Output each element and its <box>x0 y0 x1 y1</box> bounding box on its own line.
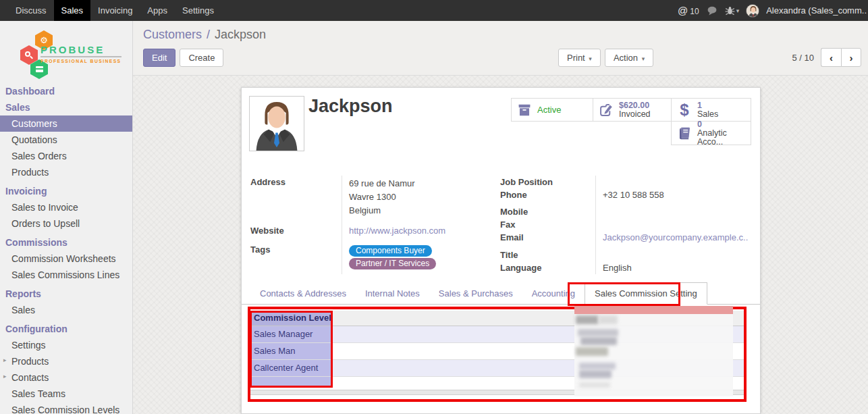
sidebar-item-settings[interactable]: Settings <box>0 337 132 353</box>
sidebar-item-dashboard[interactable]: Dashboard <box>0 83 132 99</box>
website-value: http://www.jackpson.com <box>342 222 493 240</box>
sidebar-item-sales-commissions-lines[interactable]: Sales Commissions Lines <box>0 267 132 283</box>
address-value[interactable]: 69 rue de Namur Wavre 1300 Belgium <box>342 176 493 222</box>
brand-name: PROBUSE <box>40 44 121 57</box>
tab-sales-commission-setting[interactable]: Sales Commission Setting <box>585 282 707 305</box>
expand-arrow-icon: ▸ <box>3 357 7 363</box>
caret-down-icon: ▾ <box>642 55 645 62</box>
menu-discuss[interactable]: Discuss <box>8 0 54 21</box>
invoiced-stat-button[interactable]: $620.00 Invoiced <box>593 98 672 122</box>
tab-internal-notes[interactable]: Internal Notes <box>356 283 429 304</box>
caret-down-icon: ▾ <box>589 55 592 62</box>
redacted-values-overlay <box>574 314 733 396</box>
sidebar-item-config-contacts[interactable]: ▸Contacts <box>0 369 132 386</box>
sidebar-item-sales-orders[interactable]: Sales Orders <box>0 148 132 164</box>
breadcrumb-separator: / <box>207 28 210 41</box>
fax-label: Fax <box>500 218 595 231</box>
stat-filler <box>511 122 672 145</box>
book-icon <box>677 126 692 140</box>
bug-icon <box>725 5 735 16</box>
sidebar-section-invoicing[interactable]: Invoicing <box>0 183 132 199</box>
sidebar-item-products[interactable]: Products <box>0 164 132 180</box>
edit-button[interactable]: Edit <box>143 49 175 67</box>
tag-components-buyer[interactable]: Components Buyer <box>349 245 432 257</box>
sidebar-section-reports[interactable]: Reports <box>0 286 132 302</box>
email-link[interactable]: Jackpson@yourcompany.example.c.. <box>603 232 748 242</box>
topbar-right: @ 10 ▾ <box>678 0 868 21</box>
activities-button[interactable]: @ 10 <box>678 5 699 16</box>
chat-bubble-icon <box>706 5 718 16</box>
tags-value: Components Buyer Partner / IT Services <box>342 239 493 274</box>
sidebar-item-commission-worksheets[interactable]: Commission Worksheets <box>0 251 132 267</box>
tag-partner-it-services[interactable]: Partner / IT Services <box>349 258 436 269</box>
title-label: Title <box>500 244 595 261</box>
breadcrumb: Customers / Jackpson <box>143 28 868 42</box>
top-navbar: Discuss Sales Invoicing Apps Settings @ … <box>0 0 868 21</box>
form-view-background: Jackpson Active <box>133 76 868 414</box>
pager-counter: 5 / 10 <box>792 53 814 63</box>
mobile-value[interactable] <box>595 201 751 218</box>
fax-value[interactable] <box>595 218 751 231</box>
sidebar-item-customers[interactable]: Customers <box>0 115 132 132</box>
sidebar-item-sales-teams[interactable]: Sales Teams <box>0 386 132 402</box>
tab-accounting[interactable]: Accounting <box>522 283 585 304</box>
title-value[interactable] <box>595 244 751 261</box>
job-position-label: Job Position <box>500 176 595 188</box>
dollar-icon: $ <box>677 103 692 118</box>
main-menu: Discuss Sales Invoicing Apps Settings <box>0 0 221 21</box>
caret-down-icon: ▾ <box>736 7 740 14</box>
notebook-tabs: Contacts & Addresses Internal Notes Sale… <box>242 282 760 305</box>
avatar-image <box>747 5 759 18</box>
analytic-accounts-stat-button[interactable]: 0 Analytic Acco... <box>671 121 751 145</box>
language-value[interactable]: English <box>595 261 751 274</box>
sidebar: ⚙ PROBUSE PROFESSIONAL BUSINESS Dashboar… <box>0 21 133 414</box>
job-position-value[interactable] <box>595 176 751 188</box>
messages-button[interactable] <box>706 5 718 16</box>
breadcrumb-customers[interactable]: Customers <box>143 28 202 41</box>
activity-count-badge: 10 <box>690 7 699 16</box>
user-avatar[interactable] <box>746 4 759 18</box>
field-groups: Address 69 rue de Namur Wavre 1300 Belgi… <box>250 176 751 274</box>
archive-box-icon <box>517 103 532 118</box>
stat-button-group: Active $620.00 Invoiced <box>511 98 751 145</box>
commission-level-header[interactable]: Commission Level <box>250 311 331 326</box>
sidebar-item-sales-commission-levels[interactable]: Sales Commission Levels <box>0 402 132 414</box>
pager-next-button[interactable]: › <box>841 48 861 67</box>
create-button[interactable]: Create <box>180 49 223 67</box>
sales-stat-button[interactable]: $ 1 Sales <box>671 98 751 122</box>
sidebar-section-commissions[interactable]: Commissions <box>0 234 132 251</box>
sidebar-section-configuration[interactable]: Configuration <box>0 321 132 337</box>
website-link[interactable]: http://www.jackpson.com <box>349 226 445 236</box>
sidebar-item-sales-report[interactable]: Sales <box>0 302 132 318</box>
mobile-label: Mobile <box>500 201 595 218</box>
user-name[interactable]: Alexandra (Sales_comm.. <box>766 5 867 16</box>
customer-photo[interactable] <box>249 96 304 151</box>
sidebar-menu: Dashboard Sales Customers Quotations Sal… <box>0 83 132 414</box>
probuse-logo: ⚙ PROBUSE PROFESSIONAL BUSINESS <box>20 30 121 74</box>
redacted-header-strip <box>574 306 733 314</box>
menu-apps[interactable]: Apps <box>140 0 175 21</box>
email-value: Jackpson@yourcompany.example.c.. <box>595 231 751 244</box>
sidebar-item-quotations[interactable]: Quotations <box>0 132 132 148</box>
brand-tagline: PROFESSIONAL BUSINESS <box>40 59 121 63</box>
debug-menu-button[interactable]: ▾ <box>725 5 740 16</box>
menu-invoicing[interactable]: Invoicing <box>90 0 140 21</box>
sidebar-item-orders-to-upsell[interactable]: Orders to Upsell <box>0 215 132 232</box>
record-sheet: Jackpson Active <box>241 87 761 414</box>
menu-settings[interactable]: Settings <box>175 0 221 21</box>
active-button[interactable]: Active <box>511 98 593 122</box>
email-label: Email <box>500 231 595 244</box>
action-dropdown[interactable]: Action ▾ <box>605 49 653 67</box>
control-panel: Customers / Jackpson Edit Create Print ▾… <box>133 21 868 76</box>
pager-previous-button[interactable]: ‹ <box>821 48 841 67</box>
phone-value[interactable]: +32 10 588 558 <box>595 188 751 201</box>
tab-sales-purchases[interactable]: Sales & Purchases <box>429 283 522 304</box>
menu-sales[interactable]: Sales <box>54 0 91 21</box>
tab-contacts-addresses[interactable]: Contacts & Addresses <box>250 283 356 304</box>
print-dropdown[interactable]: Print ▾ <box>558 49 601 67</box>
sidebar-item-config-products[interactable]: ▸Products <box>0 353 132 369</box>
at-icon: @ <box>678 5 688 16</box>
expand-arrow-icon: ▸ <box>3 373 7 380</box>
sidebar-section-sales[interactable]: Sales <box>0 99 132 115</box>
sidebar-item-sales-to-invoice[interactable]: Sales to Invoice <box>0 199 132 215</box>
